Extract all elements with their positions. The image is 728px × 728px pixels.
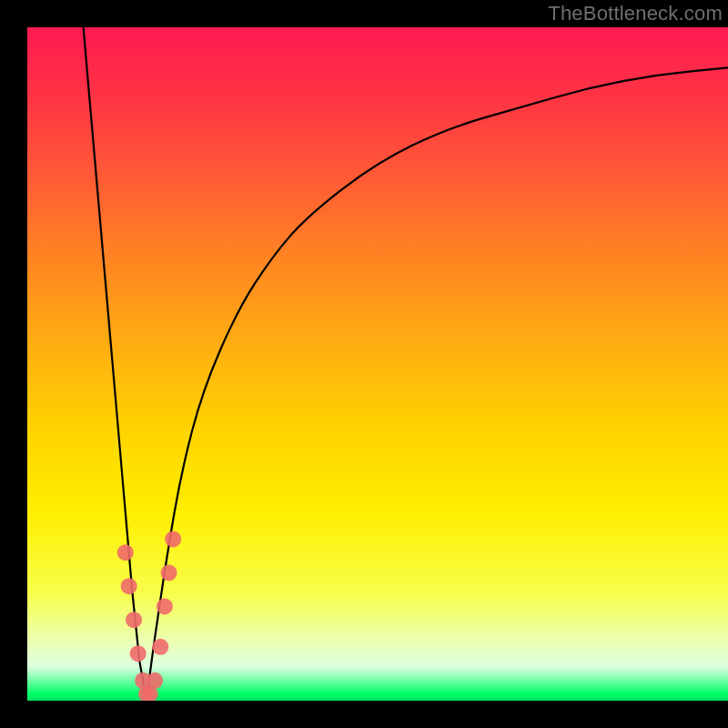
watermark-text: TheBottleneck.com (548, 2, 723, 25)
right-branch-curve (147, 67, 728, 701)
data-marker (130, 645, 147, 662)
data-marker (152, 639, 168, 655)
data-marker (157, 598, 173, 614)
left-branch-curve (84, 27, 147, 701)
data-marker (126, 612, 142, 628)
data-marker (161, 564, 177, 581)
data-marker (165, 531, 181, 547)
chart-frame: TheBottleneck.com (0, 0, 728, 728)
curve-layer (27, 27, 728, 701)
data-marker (121, 578, 137, 594)
plot-area (27, 27, 728, 701)
data-marker (147, 672, 163, 689)
data-marker (117, 544, 134, 561)
